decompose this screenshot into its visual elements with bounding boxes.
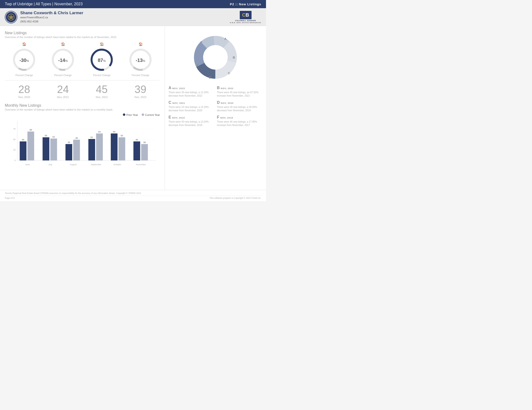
svg-text:July: July <box>48 163 53 166</box>
legend-entry-b: B Nov, 2022 There were 45 new listings, … <box>217 86 262 98</box>
report-title: Twp of Uxbridge | All Types | November, … <box>5 2 83 6</box>
legend-entry-f: F Nov, 2018 There were 46 new listings, … <box>217 115 262 127</box>
new-listings-title: New Listings <box>5 31 160 35</box>
svg-text:51: 51 <box>91 136 93 139</box>
home-icon-1: 🏠 <box>22 42 26 46</box>
gauge-4: 🏠 -13% Percent Change <box>127 42 154 77</box>
footer: Toronto Regional Real Estate Board (TRRE… <box>0 190 266 201</box>
svg-text:June: June <box>25 163 30 166</box>
monthly-subtitle: Overview of the number of listings which… <box>5 108 160 111</box>
svg-point-55 <box>203 45 228 69</box>
agent-name: Shane Coxworth & Chris Larmer <box>20 11 83 15</box>
prior-year-label: Prior Year <box>126 113 138 116</box>
donut-chart: A B C D E F <box>168 31 262 84</box>
gauge-wrap-4: -13% <box>127 47 154 73</box>
svg-rect-44 <box>133 141 140 160</box>
svg-text:50: 50 <box>13 138 16 141</box>
svg-text:B: B <box>233 56 235 59</box>
svg-rect-19 <box>20 141 27 160</box>
svg-rect-46 <box>141 144 148 160</box>
svg-rect-26 <box>50 139 57 160</box>
svg-text:C: C <box>228 71 230 75</box>
new-listings-subtitle: Overview of the number of listings which… <box>5 36 160 38</box>
svg-text:52: 52 <box>53 136 55 138</box>
svg-text:64: 64 <box>113 130 115 133</box>
svg-rect-41 <box>119 137 125 160</box>
svg-rect-31 <box>73 140 80 160</box>
cb-brand-text: COLDWELL BANKER <box>235 20 256 21</box>
svg-text:55: 55 <box>121 134 123 137</box>
svg-text:64: 64 <box>98 130 101 133</box>
svg-text:45: 45 <box>22 139 24 141</box>
prior-year-dot <box>123 113 125 116</box>
footer-pages: Page 2/13 This software program is Copyr… <box>5 196 261 199</box>
svg-text:D: D <box>209 76 211 79</box>
copyright: This software program is Copyright © 202… <box>209 197 261 199</box>
svg-text:A: A <box>224 37 227 41</box>
gauges-row: 🏠 -30% Percent Change 🏠 <box>5 42 160 80</box>
agent-logo <box>5 11 17 23</box>
current-year-label: Current Year <box>145 113 160 116</box>
svg-rect-36 <box>96 133 103 160</box>
chart-legend: Prior Year Current Year <box>5 113 160 116</box>
svg-text:49: 49 <box>76 137 78 139</box>
home-icon-3: 🏠 <box>100 42 104 46</box>
disclaimer: Toronto Regional Real Estate Board (TRRE… <box>5 192 261 194</box>
monthly-title: Monthly New Listings <box>5 103 160 108</box>
logo-area: Shane Coxworth & Chris Larmer www.Powero… <box>5 11 83 23</box>
svg-rect-29 <box>66 144 72 160</box>
gauge-wrap-2: -14% <box>50 47 76 73</box>
legend-entry-d: D Nov, 2020 There were 28 new listings, … <box>217 101 262 112</box>
svg-text:F: F <box>200 40 202 44</box>
svg-text:45: 45 <box>136 139 138 141</box>
header-top-bar: Twp of Uxbridge | All Types | November, … <box>0 0 266 8</box>
svg-text:39: 39 <box>143 141 146 144</box>
left-panel: New Listings Overview of the number of l… <box>0 26 165 190</box>
agent-info: Shane Coxworth & Chris Larmer www.Powero… <box>20 11 83 23</box>
home-icon-4: 🏠 <box>139 42 143 46</box>
stat-2023: 39 Nov, 2023 <box>134 84 146 99</box>
bar-chart: 0 25 50 75 45 69 June 55 52 July <box>5 118 160 169</box>
agent-phone: (905) 852-4338 <box>20 19 83 24</box>
page-number: Page 2/13 <box>5 197 15 199</box>
svg-text:69: 69 <box>30 129 32 131</box>
svg-text:39: 39 <box>68 141 70 144</box>
svg-text:0: 0 <box>14 159 16 162</box>
svg-text:August: August <box>70 163 77 166</box>
gauge-2: 🏠 -14% Percent Change <box>50 42 76 77</box>
page-label: P2 :: New Listings <box>230 2 261 6</box>
svg-rect-39 <box>111 133 118 160</box>
stats-row: 28 Nov, 2020 24 Nov, 2021 45 Nov, 2022 3… <box>5 84 160 99</box>
svg-text:25: 25 <box>13 149 16 151</box>
svg-marker-1 <box>8 14 14 20</box>
gauge-wrap-1: -30% <box>11 47 37 73</box>
svg-text:September: September <box>91 163 101 166</box>
header-main: Shane Coxworth & Chris Larmer www.Powero… <box>0 8 266 26</box>
stat-2022: 45 Nov, 2022 <box>96 84 107 99</box>
agent-website: www.PowerofBluex2.ca <box>20 15 83 19</box>
main-content: New Listings Overview of the number of l… <box>0 26 266 190</box>
current-year-dot <box>142 113 144 116</box>
svg-text:November: November <box>136 163 146 166</box>
stat-2020: 28 Nov, 2020 <box>18 84 30 99</box>
legend-entry-a: A Nov, 2023 There were 39 new listings, … <box>168 86 214 98</box>
svg-rect-21 <box>28 131 34 160</box>
gauge-wrap-3: 87% <box>88 47 115 73</box>
home-icon-2: 🏠 <box>61 42 65 46</box>
svg-rect-24 <box>43 137 49 160</box>
legend-grid: A Nov, 2023 There were 39 new listings, … <box>168 86 262 127</box>
svg-rect-34 <box>88 139 95 160</box>
legend-entry-e: E Nov, 2019 There were 40 new listings, … <box>168 115 214 127</box>
svg-text:75: 75 <box>13 128 16 130</box>
svg-text:55: 55 <box>45 134 47 137</box>
svg-text:E: E <box>197 64 199 67</box>
gauge-1: 🏠 -30% Percent Change <box>11 42 37 77</box>
right-panel: A B C D E F A Nov, 2023 There were 39 ne… <box>165 26 266 190</box>
coldwell-banker-logo: CB COLDWELL BANKER R.M.B. REAL ESTATE BR… <box>230 11 261 23</box>
cb-sub-text: R.M.B. REAL ESTATE BROKERAGE <box>230 22 261 23</box>
svg-text:October: October <box>114 163 121 166</box>
legend-entry-c: C Nov, 2021 There were 24 new listings, … <box>168 101 214 112</box>
gauge-3: 🏠 87% Percent Change <box>88 42 115 77</box>
stat-2021: 24 Nov, 2021 <box>57 84 69 99</box>
